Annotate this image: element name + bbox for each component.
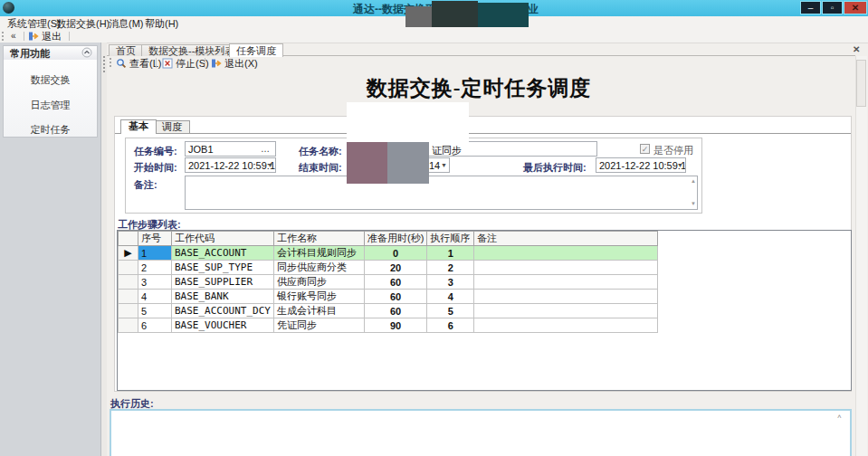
toolbar-separator: [156, 58, 157, 68]
splitter-grip: [103, 56, 105, 72]
scrollbar-thumb[interactable]: [856, 60, 866, 107]
column-header[interactable]: 执行顺序: [427, 232, 474, 246]
last-run-dropdown-icon[interactable]: ▼: [677, 162, 683, 168]
row-selector-cell[interactable]: ▶: [119, 246, 138, 261]
end-dropdown-icon[interactable]: ▼: [441, 162, 447, 168]
cell-remark[interactable]: [474, 304, 658, 318]
column-header[interactable]: 工作名称: [273, 232, 364, 246]
disabled-checkbox[interactable]: ✓: [640, 144, 650, 154]
exit-door-icon: [28, 31, 39, 42]
page-title: 数据交换-定时任务调度: [107, 74, 851, 102]
cell-no[interactable]: 3: [138, 275, 172, 290]
cell-remark[interactable]: [474, 318, 658, 333]
cell-exec-order[interactable]: 5: [427, 304, 474, 318]
cell-no[interactable]: 4: [138, 290, 172, 304]
cell-no[interactable]: 1: [138, 246, 172, 261]
cell-exec-order[interactable]: 4: [427, 290, 474, 304]
close-button[interactable]: ✕: [844, 1, 867, 14]
chevron-up-icon[interactable]: [81, 47, 92, 58]
cell-exec-order[interactable]: 1: [427, 246, 474, 261]
cell-prep-seconds[interactable]: 60: [364, 275, 426, 290]
table-row: 6BASE_VOUCHER凭证同步906: [119, 318, 658, 333]
scroll-up-icon[interactable]: ▲: [691, 178, 696, 184]
column-header[interactable]: 准备用时(秒): [364, 232, 426, 246]
cell-code[interactable]: BASE_ACCOUNT_DCY: [172, 304, 274, 318]
maximize-button[interactable]: ▫: [822, 1, 843, 14]
form-tab-schedule[interactable]: 调度: [154, 120, 190, 133]
history-textarea[interactable]: [110, 409, 852, 456]
cell-no[interactable]: 6: [138, 318, 172, 333]
exit-button-label: 退出(X): [224, 57, 258, 71]
last-run-value: 2021-12-22 10:59:14: [599, 160, 686, 171]
tab-home[interactable]: 首页: [109, 44, 143, 56]
stop-button[interactable]: 停止(S): [162, 57, 209, 70]
vertical-scrollbar[interactable]: [855, 56, 867, 456]
cell-prep-seconds[interactable]: 20: [364, 261, 426, 275]
cell-exec-order[interactable]: 3: [427, 275, 474, 290]
minimize-button[interactable]: –: [800, 1, 821, 14]
tab-module-list[interactable]: 数据交换--模块列表: [141, 44, 242, 56]
sidebar-item-data-exchange[interactable]: 数据交换: [4, 73, 97, 87]
scroll-up-icon[interactable]: ˄: [837, 413, 842, 421]
cell-no[interactable]: 2: [138, 261, 172, 275]
cell-exec-order[interactable]: 6: [427, 318, 474, 333]
row-selector-cell[interactable]: [119, 261, 138, 275]
cell-code[interactable]: BASE_VOUCHER: [172, 318, 274, 333]
scroll-down-icon[interactable]: ▼: [691, 201, 696, 206]
column-header[interactable]: 备注: [474, 232, 658, 246]
collapse-sidebar-button[interactable]: «: [8, 31, 19, 41]
cell-name[interactable]: 会计科目规则同步: [273, 246, 364, 261]
cell-exec-order[interactable]: 2: [427, 261, 474, 275]
toolbar-separator: [205, 58, 205, 68]
cell-prep-seconds[interactable]: 0: [364, 246, 426, 261]
row-selector-cell[interactable]: [119, 304, 138, 318]
cell-name[interactable]: 银行账号同步: [273, 290, 364, 304]
cell-remark[interactable]: [474, 246, 658, 261]
row-selector-cell[interactable]: [119, 318, 138, 333]
row-selector-cell[interactable]: [119, 290, 138, 304]
cell-remark[interactable]: [474, 261, 658, 275]
menu-item-exchange[interactable]: 数据交换(H): [56, 17, 110, 31]
cell-name[interactable]: 供应商同步: [273, 275, 364, 290]
sidebar-splitter[interactable]: [101, 43, 107, 456]
cell-prep-seconds[interactable]: 90: [364, 318, 426, 333]
menu-item-message[interactable]: 消息(M): [109, 17, 144, 31]
cell-code[interactable]: BASE_BANK: [172, 290, 274, 304]
window-title-suffix: 业: [528, 2, 539, 17]
menu-item-help[interactable]: 帮助(H): [145, 17, 178, 31]
cell-remark[interactable]: [474, 290, 658, 304]
row-selector-header[interactable]: [119, 232, 138, 246]
exit-button[interactable]: 退出(X): [211, 57, 258, 70]
cell-remark[interactable]: [474, 275, 658, 290]
form-tab-basic[interactable]: 基本: [120, 119, 157, 134]
row-selector-cell[interactable]: [119, 275, 138, 290]
tab-close-icon[interactable]: ✕: [853, 44, 860, 54]
cell-name[interactable]: 同步供应商分类: [273, 261, 364, 275]
remark-textarea[interactable]: [185, 176, 698, 210]
form-tab-divider: [115, 133, 851, 134]
last-run-input[interactable]: 2021-12-22 10:59:14: [596, 157, 686, 173]
column-header[interactable]: 序号: [138, 232, 172, 246]
tab-task-schedule[interactable]: 任务调度: [229, 43, 283, 57]
cell-code[interactable]: BASE_SUP_TYPE: [172, 261, 274, 275]
sidebar-item-timed-task[interactable]: 定时任务: [4, 123, 97, 137]
cell-prep-seconds[interactable]: 60: [364, 304, 426, 318]
cell-code[interactable]: BASE_SUPPLIER: [172, 275, 274, 290]
table-header-row: 序号工作代码工作名称准备用时(秒)执行顺序备注: [119, 232, 658, 246]
toolbar-grip: [2, 32, 5, 41]
cell-name[interactable]: 生成会计科目: [273, 304, 364, 318]
cell-no[interactable]: 5: [138, 304, 172, 318]
browse-button[interactable]: …: [261, 146, 270, 153]
redaction-block: [405, 6, 432, 27]
cell-prep-seconds[interactable]: 60: [364, 290, 426, 304]
cell-name[interactable]: 凭证同步: [273, 318, 364, 333]
sidebar-item-log-manage[interactable]: 日志管理: [4, 99, 97, 112]
start-dropdown-icon[interactable]: ▼: [267, 162, 273, 168]
start-time-input[interactable]: 2021-12-22 10:59:14: [185, 157, 276, 173]
cell-code[interactable]: BASE_ACCOUNT: [172, 246, 274, 261]
quick-exit-button[interactable]: 退出: [28, 30, 62, 43]
toolbar-grip: [110, 58, 112, 67]
view-button[interactable]: 查看(L): [116, 57, 161, 70]
column-header[interactable]: 工作代码: [172, 232, 274, 246]
exit-door-icon: [211, 58, 222, 69]
